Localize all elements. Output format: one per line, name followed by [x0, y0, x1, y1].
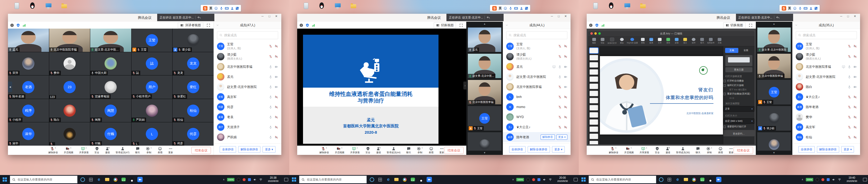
participant-tile[interactable]: 闽慧 闽慧	[90, 99, 131, 122]
member-row[interactable]: 谭少茹 (联席主持人)	[503, 51, 570, 62]
keynote-toolbar-button[interactable]: 文稿	[716, 38, 723, 44]
camera-icon[interactable]	[854, 116, 857, 119]
member-row[interactable]: 京军 高京军	[793, 122, 860, 132]
unmute-all-button[interactable]: 解除全体静音	[817, 146, 839, 153]
qq-desktop-icon[interactable]	[29, 2, 36, 10]
camera-icon[interactable]	[564, 55, 567, 58]
security-shield-icon[interactable]	[305, 23, 309, 27]
camera-icon[interactable]	[854, 44, 857, 48]
chat-button[interactable]: 聊天	[696, 147, 701, 154]
clock[interactable]: 19:40 2020/8/30	[844, 176, 860, 183]
unmute-all-button[interactable]: 解除全体静音	[528, 146, 550, 153]
tencent-meeting-icon[interactable]	[137, 177, 143, 182]
participant-tile[interactable]: 何彦 何彦	[173, 122, 214, 146]
mic-icon[interactable]	[269, 105, 272, 109]
participant-tile[interactable]: 谭少茹	[173, 29, 214, 52]
scroll-up-icon[interactable]: ▲	[756, 22, 792, 26]
participant-tile[interactable]: 宋萍	[8, 52, 49, 75]
slide-thumbnail[interactable]	[590, 98, 598, 103]
sogou-icon[interactable]: S	[203, 6, 208, 10]
video-thumbnail[interactable]: 北京中医医院李韫	[757, 54, 791, 79]
camera-icon[interactable]	[854, 125, 857, 129]
switch-view-button[interactable]: 演讲者视图	[178, 22, 203, 28]
end-meeting-button[interactable]: 结束会议	[734, 147, 753, 154]
mic-icon[interactable]	[848, 75, 851, 79]
camera-icon[interactable]	[275, 135, 278, 139]
clock[interactable]: 20:00 2020/8/30	[554, 176, 571, 183]
keynote-toolbar-button[interactable]: Keynote 直播	[627, 38, 638, 44]
tab-document[interactable]: 文稿	[725, 48, 739, 53]
start-button[interactable]	[3, 177, 7, 182]
unmute-button[interactable]: ▲ 解除静音	[319, 147, 329, 154]
network-signal-icon[interactable]	[22, 23, 26, 27]
more-button[interactable]: 更多	[168, 147, 173, 154]
ime-language-indicator[interactable]: 英	[499, 6, 502, 10]
record-button[interactable]: ▲ 录制	[146, 147, 152, 154]
member-row[interactable]: 孟元	[503, 62, 570, 72]
camera-icon[interactable]	[564, 95, 567, 99]
recycle-bin-icon[interactable]	[302, 2, 310, 10]
mic-icon[interactable]	[269, 85, 272, 89]
member-action-button[interactable]: 更多 ▾	[557, 134, 568, 140]
emoji-icon[interactable]	[504, 7, 507, 10]
slide-thumbnail[interactable]	[590, 76, 598, 82]
meeting-info-icon[interactable]	[299, 23, 303, 27]
member-row[interactable]: 浪子 天涯浪子	[214, 122, 281, 132]
keyboard-icon[interactable]	[225, 7, 229, 9]
tray-app-icon[interactable]	[243, 178, 246, 181]
ime-toolbox-icon[interactable]	[525, 7, 528, 10]
volume-icon[interactable]	[832, 178, 835, 181]
inspector-row[interactable]: 按下 Esc 键以退出	[725, 88, 752, 91]
mac-minimize-button[interactable]	[594, 32, 597, 35]
inspector-row[interactable]: 重新开始播放(若闲置)	[723, 92, 754, 96]
mute-all-button[interactable]: 全体静音	[798, 146, 815, 153]
handwriting-icon[interactable]	[230, 7, 234, 10]
mic-icon[interactable]	[269, 65, 272, 68]
more-button[interactable]: 更多	[439, 147, 444, 154]
security-button[interactable]: 安全	[366, 147, 370, 154]
security-shield-icon[interactable]	[595, 23, 599, 27]
network-icon[interactable]	[549, 178, 552, 181]
active-speaker-bar[interactable]: 正在讲话: 赵文景-北京中...	[157, 14, 214, 21]
mic-icon[interactable]	[848, 55, 851, 58]
record-button[interactable]: ▲ 录制	[706, 147, 712, 154]
participant-tile[interactable]: 赵文景-北京中医...	[90, 29, 131, 52]
scroll-down-icon[interactable]: ▼	[756, 151, 792, 155]
member-row[interactable]: M momo	[503, 102, 570, 112]
participant-tile[interactable]: 王莹 王莹	[131, 29, 173, 52]
chrome-icon[interactable]	[401, 176, 408, 183]
slide-thumbnail[interactable]	[590, 55, 598, 60]
invite-button[interactable]: 邀请	[665, 147, 670, 154]
camera-icon[interactable]	[275, 55, 278, 58]
ime-toolbox-icon[interactable]	[814, 7, 817, 10]
maximize-button[interactable]: □	[555, 14, 562, 18]
member-row[interactable]: 京军 高京军	[214, 92, 281, 102]
collapse-strip-button[interactable]: ›	[463, 82, 467, 90]
close-button[interactable]: ✕	[562, 14, 569, 18]
participant-tile[interactable]: 老酒 陈年老酒	[8, 75, 49, 99]
member-row[interactable]: 陈白	[793, 82, 860, 92]
recycle-bin-icon[interactable]	[13, 2, 21, 10]
camera-icon[interactable]	[275, 116, 278, 119]
mac-close-button[interactable]	[590, 32, 593, 35]
camera-icon[interactable]	[854, 75, 857, 79]
video-thumbnail[interactable]: 谭少茹	[757, 106, 791, 131]
action-center-icon[interactable]	[574, 178, 578, 181]
ime-toolbox-icon[interactable]	[236, 7, 239, 10]
end-meeting-button[interactable]: 结束会议	[444, 147, 464, 154]
chrome-icon[interactable]	[112, 176, 119, 183]
action-center-icon[interactable]	[863, 178, 867, 181]
participant-tile[interactable]: 程序 小程序	[8, 99, 49, 122]
mic-icon[interactable]	[558, 44, 562, 48]
video-thumbnail[interactable]: 孟元	[468, 27, 501, 52]
folder-icon[interactable]	[639, 2, 647, 10]
start-video-button[interactable]: ▲ 开启视频	[335, 147, 344, 154]
scroll-down-icon[interactable]: ▼	[466, 151, 503, 155]
chevron-down-icon[interactable]	[795, 24, 798, 27]
mic-icon[interactable]	[848, 44, 851, 48]
tab-audio[interactable]: 音频	[739, 48, 753, 53]
member-row[interactable]: 王莹 王莹 (主持人, 我)	[214, 41, 281, 51]
slide-thumbnail[interactable]	[590, 119, 598, 125]
member-row[interactable]: 北京中医医院李韫	[793, 62, 860, 72]
sogou-icon[interactable]: S	[782, 6, 786, 10]
